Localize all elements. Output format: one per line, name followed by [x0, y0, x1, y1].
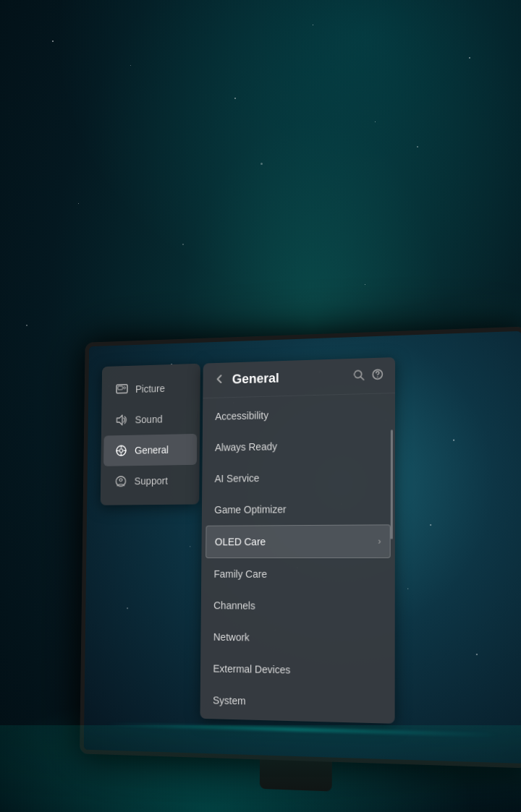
sidebar-item-support-label: Support	[135, 475, 168, 487]
menu-item-external-devices[interactable]: Extermal Devices	[200, 652, 395, 688]
sidebar-item-general[interactable]: General	[103, 434, 197, 466]
back-arrow-icon[interactable]	[214, 373, 225, 388]
menu-item-family-care-label: Family Care	[213, 568, 267, 580]
menu-item-accessibility-label: Accessibility	[215, 409, 268, 422]
sidebar-item-support[interactable]: Support	[103, 465, 197, 497]
sidebar-item-picture[interactable]: Picture	[104, 372, 198, 405]
sidebar: Picture Sound	[101, 364, 200, 505]
tv-screen: Picture Sound	[80, 326, 521, 768]
menu-item-ai-service[interactable]: AI Service	[202, 460, 395, 494]
background-glow-top	[0, 0, 521, 362]
menu-item-network[interactable]: Network	[200, 621, 394, 656]
menu-item-external-devices-label: Extermal Devices	[213, 663, 290, 676]
menu-item-game-optimizer[interactable]: Game Optimizer	[202, 492, 395, 526]
sidebar-item-sound-label: Sound	[135, 414, 163, 425]
screen-content: Picture Sound	[84, 331, 521, 764]
picture-icon	[115, 383, 129, 397]
menu-item-network-label: Network	[213, 631, 250, 644]
support-icon	[114, 474, 128, 489]
menu-item-ai-service-label: AI Service	[215, 472, 260, 484]
panel-header: General	[203, 357, 395, 398]
svg-rect-1	[118, 386, 123, 390]
menu-item-channels[interactable]: Channels	[201, 589, 395, 623]
menu-item-game-optimizer-label: Game Optimizer	[214, 503, 286, 516]
menu-overlay: Picture Sound	[98, 357, 395, 724]
sound-icon	[115, 413, 129, 427]
general-icon	[114, 443, 128, 458]
menu-item-family-care[interactable]: Family Care	[201, 558, 395, 591]
help-icon[interactable]	[372, 368, 384, 383]
tv-container: Picture Sound	[80, 326, 521, 798]
svg-point-9	[119, 449, 123, 453]
right-panel: General	[200, 357, 395, 724]
svg-marker-3	[117, 415, 122, 425]
sidebar-item-sound[interactable]: Sound	[104, 403, 198, 435]
tv-stand	[260, 759, 332, 791]
menu-item-channels-label: Channels	[213, 599, 255, 611]
panel-title: General	[232, 371, 279, 387]
svg-point-11	[119, 479, 122, 482]
chevron-right-icon: ›	[378, 537, 381, 547]
menu-item-system[interactable]: System	[200, 684, 395, 721]
menu-item-accessibility[interactable]: Accessibility	[203, 396, 395, 432]
panel-header-left: General	[214, 371, 279, 388]
svg-point-2	[124, 387, 126, 389]
svg-point-15	[377, 376, 378, 377]
svg-line-13	[361, 377, 364, 380]
menu-item-always-ready-label: Always Ready	[215, 440, 277, 453]
menu-items: Accessibility Always Ready AI Service Ga…	[200, 393, 395, 724]
panel-header-icons	[353, 368, 384, 383]
sidebar-item-general-label: General	[135, 444, 169, 456]
scrollbar[interactable]	[391, 429, 393, 539]
menu-item-oled-care-label: OLED Care	[215, 536, 266, 547]
menu-item-oled-care[interactable]: OLED Care ›	[206, 524, 391, 558]
sidebar-item-picture-label: Picture	[135, 383, 165, 395]
menu-item-system-label: System	[213, 694, 246, 706]
menu-item-always-ready[interactable]: Always Ready	[203, 428, 395, 463]
search-icon[interactable]	[353, 369, 365, 383]
